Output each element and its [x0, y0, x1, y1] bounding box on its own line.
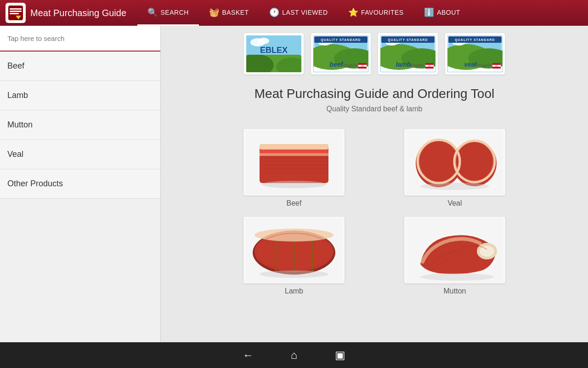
svg-text:QUALITY STANDARD: QUALITY STANDARD — [455, 38, 495, 42]
svg-rect-60 — [260, 153, 328, 156]
home-icon: ⌂ — [291, 349, 298, 362]
sidebar-item-beef[interactable]: Beef — [0, 52, 160, 81]
lamb-label: Lamb — [285, 287, 303, 295]
svg-text:QUALITY STANDARD: QUALITY STANDARD — [321, 38, 361, 42]
sidebar-item-other-products[interactable]: Other Products — [0, 169, 160, 199]
svg-point-73 — [456, 142, 493, 181]
last-viewed-nav-item[interactable]: 🕐 LAST VIEWED — [259, 0, 338, 26]
lamb-image — [243, 217, 345, 283]
product-cell-veal[interactable]: Veal — [374, 124, 535, 212]
svg-rect-3 — [10, 13, 19, 14]
favourites-nav-item[interactable]: ⭐ FAVOURITES — [338, 0, 414, 26]
content-area: EBLEX Q — [161, 26, 588, 368]
qs-veal-logo-card[interactable]: QUALITY STANDARD veal English — [445, 33, 505, 75]
subtitle: Quality Standard beef & lamb — [170, 105, 579, 113]
clock-icon: 🕐 — [269, 7, 280, 17]
veal-image — [404, 129, 505, 196]
sidebar-item-veal[interactable]: Veal — [0, 140, 160, 169]
about-nav-item[interactable]: ℹ️ ABOUT — [414, 0, 470, 26]
product-grid: Beef — [214, 124, 535, 300]
svg-text:lamb: lamb — [396, 61, 411, 68]
sidebar-item-mutton[interactable]: Mutton — [0, 110, 160, 140]
top-navigation-bar: Meat Purchasing Guide 🔍 SEARCH 🧺 BASKET … — [0, 0, 588, 26]
svg-text:QUALITY STANDARD: QUALITY STANDARD — [388, 38, 428, 42]
svg-point-70 — [419, 141, 458, 182]
svg-point-76 — [420, 183, 489, 190]
product-cell-beef[interactable]: Beef — [214, 124, 374, 212]
svg-point-11 — [258, 38, 269, 44]
sidebar: Beef Lamb Mutton Veal Other Products — [0, 26, 161, 368]
svg-text:EBLEX: EBLEX — [260, 46, 288, 55]
svg-text:English: English — [343, 63, 357, 68]
svg-point-66 — [262, 181, 326, 188]
veal-label: Veal — [447, 199, 462, 207]
app-icon — [6, 3, 26, 23]
qs-beef-logo-card[interactable]: QUALITY STANDARD beef English — [311, 33, 371, 75]
svg-text:English: English — [477, 63, 491, 68]
logos-strip: EBLEX Q — [161, 26, 588, 82]
svg-rect-1 — [10, 8, 22, 10]
star-icon: ⭐ — [348, 7, 359, 17]
main-layout: Beef Lamb Mutton Veal Other Products — [0, 26, 588, 368]
app-title: Meat Purchasing Guide — [30, 8, 126, 18]
home-button[interactable]: ⌂ — [285, 346, 303, 364]
beef-label: Beef — [287, 199, 302, 207]
back-icon: ← — [243, 349, 254, 362]
mutton-image — [404, 217, 505, 283]
svg-rect-2 — [10, 11, 22, 12]
center-content: Meat Purchasing Guide and Ordering Tool … — [161, 82, 588, 309]
info-icon: ℹ️ — [424, 7, 435, 17]
mutton-label: Mutton — [444, 287, 466, 295]
apps-button[interactable]: ▣ — [331, 346, 349, 364]
search-input[interactable] — [7, 34, 153, 42]
svg-text:veal: veal — [464, 61, 477, 68]
qs-lamb-logo-card[interactable]: QUALITY STANDARD lamb English — [378, 33, 438, 75]
svg-rect-59 — [260, 150, 328, 153]
apps-icon: ▣ — [335, 349, 345, 362]
svg-point-89 — [420, 273, 494, 281]
eblex-logo-card[interactable]: EBLEX — [244, 33, 304, 75]
bottom-navigation-bar: ← ⌂ ▣ — [0, 342, 588, 368]
svg-point-85 — [260, 270, 328, 278]
product-cell-mutton[interactable]: Mutton — [374, 212, 535, 300]
basket-nav-item[interactable]: 🧺 BASKET — [199, 0, 259, 26]
main-title: Meat Purchasing Guide and Ordering Tool — [170, 86, 579, 101]
beef-image — [243, 129, 345, 196]
search-box[interactable] — [0, 26, 160, 52]
svg-rect-58 — [260, 144, 328, 150]
product-cell-lamb[interactable]: Lamb — [214, 212, 374, 300]
search-icon: 🔍 — [147, 7, 158, 17]
sidebar-item-lamb[interactable]: Lamb — [0, 81, 160, 110]
basket-icon: 🧺 — [209, 7, 220, 17]
svg-text:English: English — [410, 63, 424, 68]
search-nav-item[interactable]: 🔍 SEARCH — [137, 0, 199, 26]
svg-text:beef: beef — [330, 61, 344, 68]
back-button[interactable]: ← — [239, 346, 257, 364]
